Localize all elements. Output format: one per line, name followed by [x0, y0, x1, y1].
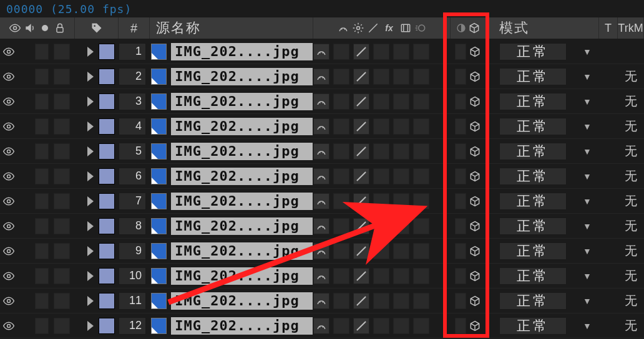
adjustment-toggle[interactable] [455, 218, 466, 234]
frameblend-toggle[interactable] [393, 243, 409, 259]
layer-name[interactable]: IMG_202....jpg [170, 217, 313, 236]
chevron-down-icon[interactable]: ▼ [583, 146, 592, 156]
chevron-down-icon[interactable]: ▼ [583, 271, 592, 281]
cube-3d-icon[interactable] [467, 94, 482, 109]
cube-3d-icon[interactable] [467, 294, 482, 308]
layer-row[interactable]: 7IMG_202....jpg正常▼无 [0, 189, 644, 214]
frameblend-toggle[interactable] [393, 118, 409, 135]
lock-toggle[interactable] [54, 218, 70, 234]
quality-icon[interactable] [366, 21, 381, 36]
blend-mode-dropdown[interactable]: 正常 [499, 317, 567, 335]
chevron-down-icon[interactable]: ▼ [583, 321, 592, 331]
collapse-toggle[interactable] [333, 318, 349, 334]
lock-toggle[interactable] [54, 143, 70, 160]
layer-name[interactable]: IMG_202....jpg [170, 267, 313, 285]
trkmat-value[interactable]: 无 [625, 267, 637, 284]
layer-color-chip[interactable] [99, 168, 115, 184]
eye-icon[interactable] [7, 21, 22, 36]
layer-row[interactable]: 11IMG_202....jpg正常▼无 [0, 289, 644, 313]
quality-toggle[interactable] [353, 44, 369, 60]
layer-row[interactable]: 1IMG_202....jpg正常▼ [0, 39, 644, 64]
layer-name[interactable]: IMG_202....jpg [170, 292, 313, 310]
t-column-header[interactable]: T [599, 17, 618, 39]
cube-3d-icon[interactable] [467, 244, 482, 259]
motionblur-toggle[interactable] [413, 218, 429, 234]
chevron-down-icon[interactable]: ▼ [583, 122, 592, 131]
chevron-down-icon[interactable]: ▼ [583, 72, 592, 82]
solo-toggle[interactable] [35, 318, 49, 334]
layer-name[interactable]: IMG_202....jpg [170, 192, 313, 211]
layer-name[interactable]: IMG_202....jpg [170, 92, 313, 111]
layer-color-chip[interactable] [99, 44, 115, 60]
frameblend-toggle[interactable] [393, 293, 409, 309]
adjustment-toggle[interactable] [455, 143, 466, 160]
motionblur-toggle[interactable] [413, 93, 429, 110]
shy-toggle[interactable] [313, 69, 329, 85]
collapse-toggle[interactable] [333, 268, 349, 284]
frameblend-toggle[interactable] [393, 268, 409, 284]
solo-toggle[interactable] [35, 268, 49, 284]
layer-color-chip[interactable] [99, 118, 115, 135]
trkmat-value[interactable]: 无 [625, 292, 637, 309]
solo-toggle[interactable] [35, 168, 49, 184]
cube-3d-icon[interactable] [467, 219, 482, 234]
twirl-icon[interactable] [87, 271, 94, 281]
eye-icon[interactable] [1, 194, 16, 209]
blend-mode-dropdown[interactable]: 正常 [499, 43, 567, 60]
trkmat-value[interactable]: 无 [625, 143, 637, 160]
adjustment-toggle[interactable] [455, 268, 466, 284]
quality-toggle[interactable] [353, 293, 369, 309]
trkmat-value[interactable]: 无 [625, 217, 637, 234]
quality-toggle[interactable] [353, 69, 369, 85]
quality-toggle[interactable] [353, 318, 369, 334]
layer-row[interactable]: 8IMG_202....jpg正常▼无 [0, 214, 644, 239]
layer-row[interactable]: 12IMG_202....jpg正常▼无 [0, 313, 644, 338]
adjustment-toggle[interactable] [455, 318, 466, 334]
eye-icon[interactable] [1, 94, 16, 109]
trkmat-value[interactable]: 无 [625, 193, 637, 209]
eye-icon[interactable] [1, 244, 16, 259]
cube-3d-icon[interactable] [467, 69, 482, 84]
shy-toggle[interactable] [313, 293, 329, 309]
lock-toggle[interactable] [54, 293, 70, 309]
fx-toggle[interactable] [373, 69, 389, 85]
frameblend-toggle[interactable] [393, 69, 409, 85]
motionblur-toggle[interactable] [413, 193, 429, 209]
collapse-toggle[interactable] [333, 293, 349, 309]
eye-icon[interactable] [1, 144, 16, 159]
blend-mode-dropdown[interactable]: 正常 [499, 267, 567, 285]
twirl-icon[interactable] [87, 146, 94, 156]
lock-icon[interactable] [52, 21, 67, 36]
trkmat-value[interactable]: 无 [625, 68, 637, 85]
lock-toggle[interactable] [54, 93, 70, 110]
eye-icon[interactable] [1, 44, 16, 59]
layer-name[interactable]: IMG_202....jpg [170, 142, 313, 161]
eye-icon[interactable] [1, 69, 16, 84]
layer-row[interactable]: 2IMG_202....jpg正常▼无 [0, 64, 644, 89]
twirl-icon[interactable] [87, 171, 94, 181]
blend-mode-dropdown[interactable]: 正常 [499, 93, 567, 110]
fx-toggle[interactable] [373, 268, 389, 284]
fx-toggle[interactable] [373, 44, 389, 60]
layer-name[interactable]: IMG_202....jpg [170, 117, 313, 136]
blend-mode-dropdown[interactable]: 正常 [499, 68, 567, 85]
cube-3d-icon[interactable] [467, 169, 482, 184]
collapse-toggle[interactable] [333, 143, 349, 160]
layer-color-chip[interactable] [99, 293, 115, 309]
fx-toggle[interactable] [373, 218, 389, 234]
layer-color-chip[interactable] [99, 318, 115, 334]
collapse-toggle[interactable] [333, 118, 349, 135]
fx-toggle[interactable] [373, 293, 389, 309]
fx-toggle[interactable] [373, 168, 389, 184]
motionblur-toggle[interactable] [413, 44, 429, 60]
shy-icon[interactable] [336, 21, 351, 36]
solo-toggle[interactable] [35, 243, 49, 259]
collapse-toggle[interactable] [333, 69, 349, 85]
collapse-toggle[interactable] [333, 44, 349, 60]
cube-3d-icon[interactable] [467, 21, 482, 36]
layer-color-chip[interactable] [99, 193, 115, 209]
tag-icon[interactable] [89, 21, 104, 36]
collapse-toggle[interactable] [333, 168, 349, 184]
twirl-icon[interactable] [87, 296, 94, 306]
solo-toggle[interactable] [35, 118, 49, 135]
